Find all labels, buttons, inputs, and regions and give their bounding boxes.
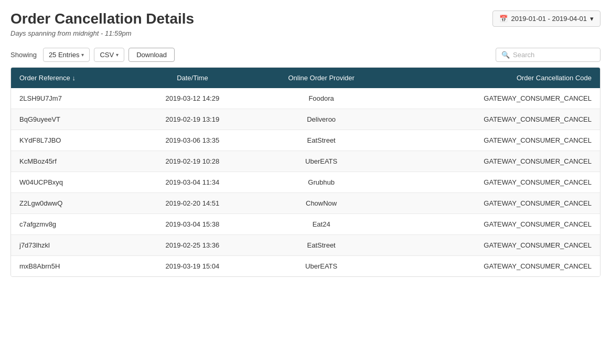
cell-provider: Deliveroo [252, 109, 391, 130]
cell-cancel-code: GATEWAY_CONSUMER_CANCEL [391, 172, 600, 193]
page-header: Order Cancellation Details Days spanning… [10, 10, 194, 37]
showing-label: Showing [10, 51, 37, 59]
cell-order-reference: Z2Lgw0dwwQ [11, 193, 133, 214]
cell-datetime: 2019-03-06 13:35 [133, 130, 252, 151]
cell-cancel-code: GATEWAY_CONSUMER_CANCEL [391, 109, 600, 130]
cell-cancel-code: GATEWAY_CONSUMER_CANCEL [391, 151, 600, 172]
cell-order-reference: j7d73lhzkl [11, 235, 133, 256]
cell-provider: UberEATS [252, 151, 391, 172]
cell-datetime: 2019-02-19 13:19 [133, 109, 252, 130]
table-row: KYdF8L7JBO2019-03-06 13:35EatStreetGATEW… [11, 130, 600, 151]
table-row: c7afgzmv8g2019-03-04 15:38Eat24GATEWAY_C… [11, 214, 600, 235]
table-row: j7d73lhzkl2019-02-25 13:36EatStreetGATEW… [11, 235, 600, 256]
entries-value: 25 Entries [49, 51, 80, 59]
search-icon: 🔍 [501, 51, 510, 59]
calendar-icon: 📅 [499, 15, 508, 23]
cell-datetime: 2019-03-12 14:29 [133, 88, 252, 109]
cell-cancel-code: GATEWAY_CONSUMER_CANCEL [391, 130, 600, 151]
col-header-provider[interactable]: Online Order Provider [252, 68, 391, 88]
cell-cancel-code: GATEWAY_CONSUMER_CANCEL [391, 235, 600, 256]
cell-provider: Eat24 [252, 214, 391, 235]
download-button[interactable]: Download [128, 48, 175, 62]
col-header-datetime[interactable]: Date/Time [133, 68, 252, 88]
cell-datetime: 2019-03-04 11:34 [133, 172, 252, 193]
cell-datetime: 2019-02-25 13:36 [133, 235, 252, 256]
cell-datetime: 2019-03-19 15:04 [133, 256, 252, 277]
cell-order-reference: KYdF8L7JBO [11, 130, 133, 151]
cell-order-reference: KcMBoz45rf [11, 151, 133, 172]
cell-provider: ChowNow [252, 193, 391, 214]
chevron-down-icon: ▾ [590, 15, 594, 23]
table-row: KcMBoz45rf2019-02-19 10:28UberEATSGATEWA… [11, 151, 600, 172]
cell-provider: EatStreet [252, 130, 391, 151]
cell-order-reference: W04UCPBxyq [11, 172, 133, 193]
cell-provider: EatStreet [252, 235, 391, 256]
page-subtitle: Days spanning from midnight - 11:59pm [10, 29, 194, 37]
cell-datetime: 2019-02-19 10:28 [133, 151, 252, 172]
format-value: CSV [100, 51, 114, 59]
toolbar-row: Showing 25 Entries ▾ CSV ▾ Download 🔍 [10, 48, 601, 62]
cell-datetime: 2019-03-04 15:38 [133, 214, 252, 235]
page-title: Order Cancellation Details [10, 10, 194, 27]
col-header-order-reference[interactable]: Order Reference ↓ [11, 68, 133, 88]
cell-cancel-code: GATEWAY_CONSUMER_CANCEL [391, 193, 600, 214]
table-header-row: Order Reference ↓ Date/Time Online Order… [11, 68, 600, 88]
cell-order-reference: mxB8Abrn5H [11, 256, 133, 277]
cell-datetime: 2019-02-20 14:51 [133, 193, 252, 214]
format-dropdown[interactable]: CSV ▾ [94, 48, 124, 62]
entries-dropdown[interactable]: 25 Entries ▾ [43, 48, 90, 62]
cell-order-reference: 2LSH9U7Jm7 [11, 88, 133, 109]
col-header-cancel-code[interactable]: Order Cancellation Code [391, 68, 600, 88]
table-container: Order Reference ↓ Date/Time Online Order… [10, 67, 601, 277]
table-row: W04UCPBxyq2019-03-04 11:34GrubhubGATEWAY… [11, 172, 600, 193]
cell-cancel-code: GATEWAY_CONSUMER_CANCEL [391, 88, 600, 109]
table-row: mxB8Abrn5H2019-03-19 15:04UberEATSGATEWA… [11, 256, 600, 277]
cell-order-reference: BqG9uyeeVT [11, 109, 133, 130]
cell-provider: UberEATS [252, 256, 391, 277]
date-range-label: 2019-01-01 - 2019-04-01 [511, 15, 587, 23]
cell-cancel-code: GATEWAY_CONSUMER_CANCEL [391, 256, 600, 277]
entries-chevron-icon: ▾ [81, 52, 84, 58]
cell-provider: Foodora [252, 88, 391, 109]
cell-provider: Grubhub [252, 172, 391, 193]
cell-cancel-code: GATEWAY_CONSUMER_CANCEL [391, 214, 600, 235]
search-wrapper: 🔍 [496, 48, 601, 62]
search-input[interactable] [513, 51, 595, 59]
toolbar-left: Showing 25 Entries ▾ CSV ▾ Download [10, 48, 175, 62]
header-row: Order Cancellation Details Days spanning… [10, 10, 601, 37]
date-range-button[interactable]: 📅 2019-01-01 - 2019-04-01 ▾ [492, 10, 601, 27]
table-row: Z2Lgw0dwwQ2019-02-20 14:51ChowNowGATEWAY… [11, 193, 600, 214]
table-row: BqG9uyeeVT2019-02-19 13:19DeliverooGATEW… [11, 109, 600, 130]
table-row: 2LSH9U7Jm72019-03-12 14:29FoodoraGATEWAY… [11, 88, 600, 109]
cell-order-reference: c7afgzmv8g [11, 214, 133, 235]
format-chevron-icon: ▾ [116, 52, 119, 58]
data-table: Order Reference ↓ Date/Time Online Order… [11, 68, 600, 276]
